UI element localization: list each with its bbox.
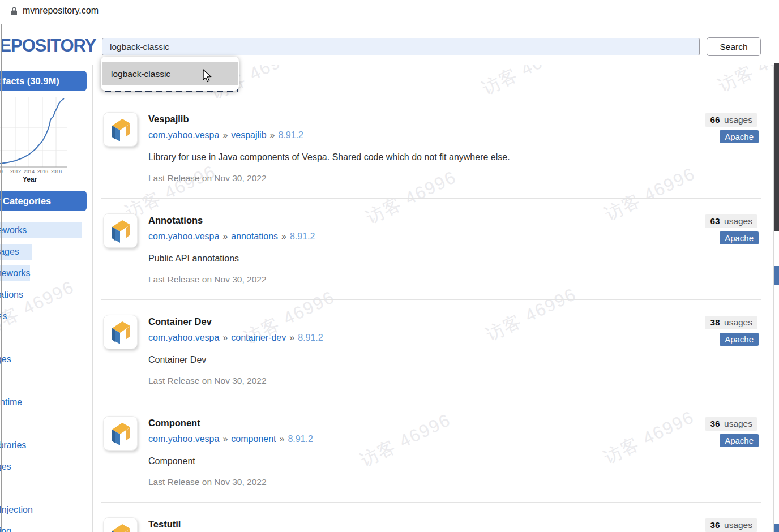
artifact-title[interactable]: Container Dev bbox=[148, 316, 212, 327]
usages-badge[interactable]: 36 usages bbox=[705, 417, 757, 431]
site-logo[interactable]: MVNREPOSITORY bbox=[0, 36, 96, 56]
vespa-cube-side bbox=[112, 126, 115, 139]
last-release-text: Last Release on Nov 30, 2022 bbox=[148, 274, 267, 285]
breadcrumb: com.yahoo.vespa»component»8.91.2 bbox=[148, 434, 313, 444]
license-badge[interactable]: Apache bbox=[720, 333, 759, 346]
artifact-title[interactable]: Component bbox=[148, 418, 200, 428]
vespa-cube-side bbox=[112, 328, 115, 342]
usages-badge[interactable]: 63 usages bbox=[705, 214, 757, 228]
usages-badge[interactable]: 36 usages bbox=[705, 518, 757, 532]
license-badge[interactable]: Apache bbox=[720, 231, 759, 244]
artifact-icon[interactable] bbox=[103, 315, 138, 349]
artifact-link[interactable]: vespajlib bbox=[231, 130, 266, 140]
version-link[interactable]: 8.91.2 bbox=[288, 434, 313, 444]
vespa-cube-side bbox=[112, 430, 115, 443]
url-text[interactable]: mvnrepository.com bbox=[23, 6, 99, 16]
result-row: Vespajlib com.yahoo.vespa»vespajlib»8.91… bbox=[101, 97, 761, 198]
mouse-cursor bbox=[201, 69, 213, 85]
last-release-text: Last Release on Nov 30, 2022 bbox=[148, 376, 267, 386]
artifact-description: Component bbox=[148, 456, 195, 466]
group-link[interactable]: com.yahoo.vespa bbox=[148, 231, 219, 241]
scrollbar-thumb[interactable] bbox=[774, 63, 779, 231]
artifact-description: Public API annotations bbox=[148, 254, 239, 264]
popular-categories-header: Popular Categories bbox=[0, 191, 87, 211]
last-release-text: Last Release on Nov 30, 2022 bbox=[148, 173, 267, 183]
license-badge[interactable]: Apache bbox=[720, 130, 759, 143]
result-row: Annotations com.yahoo.vespa»annotations»… bbox=[101, 198, 761, 299]
usages-badge[interactable]: 38 usages bbox=[705, 316, 757, 329]
last-release-text: Last Release on Nov 30, 2022 bbox=[148, 477, 267, 487]
svg-text:2012: 2012 bbox=[10, 169, 21, 174]
version-link[interactable]: 8.91.2 bbox=[278, 130, 303, 140]
autocomplete-suggestion[interactable]: logback-classic bbox=[102, 62, 238, 85]
scrollbar-blue-mark bbox=[774, 524, 779, 532]
result-row: Container Dev com.yahoo.vespa»container-… bbox=[101, 299, 761, 401]
version-link[interactable]: 8.91.2 bbox=[298, 333, 323, 342]
svg-text:2018: 2018 bbox=[51, 169, 62, 174]
indexed-artifacts-header: Indexed Artifacts (30.9M) bbox=[0, 71, 87, 91]
artifact-link[interactable]: container-dev bbox=[231, 333, 286, 342]
artifact-description: Library for use in Java components of Ve… bbox=[148, 152, 510, 162]
usages-badge[interactable]: 66 usages bbox=[705, 113, 757, 127]
search-button[interactable]: Search bbox=[707, 37, 761, 56]
artifact-link[interactable]: annotations bbox=[231, 231, 278, 241]
artifact-title[interactable]: Annotations bbox=[148, 215, 203, 226]
artifact-link[interactable]: component bbox=[231, 434, 276, 444]
svg-text:2014: 2014 bbox=[24, 169, 35, 174]
artifact-icon[interactable] bbox=[103, 416, 138, 451]
window-left-edge bbox=[1, 24, 2, 532]
artifact-description: Container Dev bbox=[148, 355, 206, 365]
svg-text:2016: 2016 bbox=[37, 169, 48, 174]
breadcrumb: com.yahoo.vespa»annotations»8.91.2 bbox=[148, 231, 315, 242]
artifact-icon[interactable] bbox=[103, 213, 138, 248]
scrollbar-blue-mark bbox=[774, 266, 779, 285]
indexed-artifacts-chart: 0 2012 2014 2016 2018 Year bbox=[0, 95, 85, 186]
breadcrumb: com.yahoo.vespa»container-dev»8.91.2 bbox=[148, 333, 323, 343]
group-link[interactable]: com.yahoo.vespa bbox=[148, 434, 219, 444]
artifact-icon[interactable] bbox=[103, 112, 138, 147]
artifact-title[interactable]: Testutil bbox=[148, 519, 181, 530]
artifact-icon[interactable] bbox=[103, 517, 138, 532]
breadcrumb: com.yahoo.vespa»vespajlib»8.91.2 bbox=[148, 130, 303, 140]
group-link[interactable]: com.yahoo.vespa bbox=[148, 130, 219, 140]
version-link[interactable]: 8.91.2 bbox=[290, 231, 315, 241]
search-input[interactable] bbox=[102, 38, 700, 55]
artifact-title[interactable]: Vespajlib bbox=[148, 114, 189, 125]
chart-xlabel: Year bbox=[23, 175, 37, 183]
vespa-cube-side bbox=[112, 227, 115, 241]
license-badge[interactable]: Apache bbox=[720, 434, 759, 447]
result-row: Component com.yahoo.vespa»component»8.91… bbox=[101, 401, 761, 502]
group-link[interactable]: com.yahoo.vespa bbox=[148, 333, 219, 342]
autocomplete-dropdown: logback-classic bbox=[101, 57, 239, 91]
lock-icon bbox=[10, 6, 19, 19]
browser-address-bar[interactable]: mvnrepository.com bbox=[0, 0, 779, 23]
result-row: Testutil 36 usages bbox=[101, 502, 761, 532]
